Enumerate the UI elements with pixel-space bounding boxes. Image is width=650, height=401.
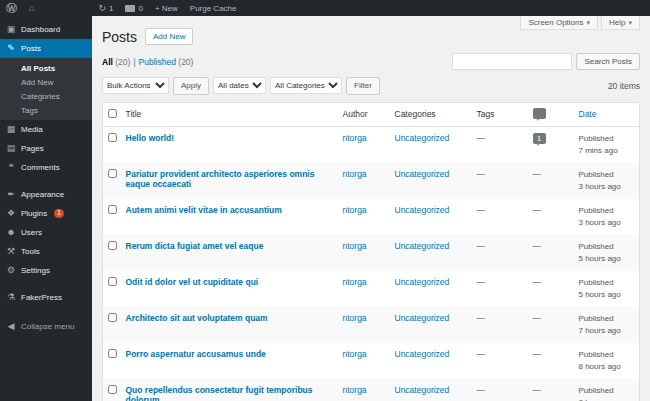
purge-cache-button[interactable]: Purge Cache xyxy=(184,0,243,16)
submenu-item-all-posts[interactable]: All Posts xyxy=(0,61,92,75)
sidebar-item-pages[interactable]: ▤Pages xyxy=(0,139,92,158)
dates-filter-select[interactable]: All dates xyxy=(213,77,266,94)
author-link[interactable]: ntorga xyxy=(343,349,367,359)
category-link[interactable]: Uncategorized xyxy=(395,385,450,395)
add-new-button[interactable]: Add New xyxy=(145,28,193,45)
row-checkbox[interactable] xyxy=(108,277,117,286)
author-link[interactable]: ntorga xyxy=(343,169,367,179)
column-comments[interactable] xyxy=(528,102,574,126)
post-title-link[interactable]: Porro aspernatur accusamus unde xyxy=(126,349,266,359)
comments-value: — xyxy=(533,205,542,215)
sidebar-item-users[interactable]: ☻Users xyxy=(0,223,92,242)
tags-value: — xyxy=(477,133,486,143)
category-link[interactable]: Uncategorized xyxy=(395,133,450,143)
sidebar-item-label: Dashboard xyxy=(21,25,60,34)
category-link[interactable]: Uncategorized xyxy=(395,205,450,215)
author-link[interactable]: ntorga xyxy=(343,133,367,143)
sidebar-item-posts[interactable]: ✎Posts xyxy=(0,39,92,58)
row-checkbox[interactable] xyxy=(108,169,117,178)
pages-icon: ▤ xyxy=(6,144,16,153)
post-title-link[interactable]: Rerum dicta fugiat amet vel eaque xyxy=(126,241,264,251)
post-title-link[interactable]: Odit id dolor vel ut cupiditate qui xyxy=(126,277,259,287)
author-link[interactable]: ntorga xyxy=(343,277,367,287)
author-link[interactable]: ntorga xyxy=(343,241,367,251)
sidebar-item-collapse-menu[interactable]: ◀Collapse menu xyxy=(0,317,92,336)
row-checkbox[interactable] xyxy=(108,205,117,214)
select-all-checkbox[interactable] xyxy=(108,109,117,118)
post-date: 5 hours ago xyxy=(579,253,635,265)
sidebar-item-dashboard[interactable]: ▣Dashboard xyxy=(0,20,92,39)
post-title-link[interactable]: Pariatur provident architecto asperiores… xyxy=(126,169,315,189)
wordpress-menu-button[interactable]: Ⓦ xyxy=(0,0,23,16)
post-title-link[interactable]: Hello world! xyxy=(126,133,175,143)
filter-published-count: (20) xyxy=(178,57,193,67)
post-status: Published xyxy=(579,205,635,217)
bulk-actions-select[interactable]: Bulk Actions xyxy=(102,77,169,94)
comments-value: — xyxy=(533,169,542,179)
post-title-link[interactable]: Quo repellendus consectetur fugit tempor… xyxy=(126,385,313,401)
author-link[interactable]: ntorga xyxy=(343,385,367,395)
author-link[interactable]: ntorga xyxy=(343,205,367,215)
search-input[interactable] xyxy=(452,53,572,70)
list-controls: All (20)|Published (20) Search Posts xyxy=(102,53,640,70)
screen-options-button[interactable]: Screen Options ▾ xyxy=(520,16,598,30)
post-row: Autem animi velit vitae in accusantiumnt… xyxy=(103,199,640,235)
category-link[interactable]: Uncategorized xyxy=(395,169,450,179)
search-posts-button[interactable]: Search Posts xyxy=(576,53,640,70)
post-title-link[interactable]: Autem animi velit vitae in accusantium xyxy=(126,205,282,215)
category-link[interactable]: Uncategorized xyxy=(395,349,450,359)
comments-icon: ❝ xyxy=(6,163,16,172)
filter-published-link[interactable]: Published (20) xyxy=(139,57,194,67)
sidebar-item-settings[interactable]: ⚙Settings xyxy=(0,261,92,280)
comments-value: — xyxy=(533,241,542,251)
category-link[interactable]: Uncategorized xyxy=(395,241,450,251)
tags-value: — xyxy=(477,313,486,323)
comments-button[interactable]: 0 xyxy=(119,0,148,16)
row-checkbox[interactable] xyxy=(108,313,117,322)
help-button[interactable]: Help ▾ xyxy=(601,16,640,30)
column-date[interactable]: Date xyxy=(574,102,640,126)
sidebar-item-label: FakerPress xyxy=(21,293,62,302)
sidebar-item-tools[interactable]: ⚒Tools xyxy=(0,242,92,261)
sidebar-item-label: Comments xyxy=(21,163,60,172)
post-date: 3 hours ago xyxy=(579,181,635,193)
plugins-icon: ❖ xyxy=(6,209,16,218)
filter-button[interactable]: Filter xyxy=(346,77,380,94)
sidebar-item-label: Pages xyxy=(21,144,44,153)
category-link[interactable]: Uncategorized xyxy=(395,313,450,323)
row-checkbox[interactable] xyxy=(108,385,117,394)
new-content-button[interactable]: + New xyxy=(149,0,184,16)
row-checkbox[interactable] xyxy=(108,349,117,358)
comment-count-bubble[interactable]: 1 xyxy=(533,133,546,144)
chevron-down-icon: ▾ xyxy=(628,19,632,27)
submenu-item-categories[interactable]: Categories xyxy=(0,89,92,103)
wordpress-logo-icon: Ⓦ xyxy=(6,3,17,14)
sidebar-item-label: Plugins xyxy=(21,209,47,218)
visit-site-button[interactable]: ⌂ xyxy=(23,0,40,16)
apply-button[interactable]: Apply xyxy=(173,77,209,94)
post-title-link[interactable]: Architecto sit aut voluptatem quam xyxy=(126,313,268,323)
sidebar-item-media[interactable]: ▦Media xyxy=(0,120,92,139)
users-icon: ☻ xyxy=(6,228,16,237)
sidebar-item-comments[interactable]: ❝Comments xyxy=(0,158,92,177)
author-link[interactable]: ntorga xyxy=(343,313,367,323)
sidebar-item-fakerpress[interactable]: ⚗FakerPress xyxy=(0,288,92,307)
row-checkbox[interactable] xyxy=(108,241,117,250)
post-date: 7 hours ago xyxy=(579,325,635,337)
filter-all-link[interactable]: All (20) xyxy=(102,57,130,67)
categories-filter-select[interactable]: All Categories xyxy=(270,77,342,94)
post-row: Pariatur provident architecto asperiores… xyxy=(103,163,640,199)
category-link[interactable]: Uncategorized xyxy=(395,277,450,287)
sidebar-item-label: Posts xyxy=(21,44,41,53)
media-icon: ▦ xyxy=(6,125,16,134)
comments-value: — xyxy=(533,385,542,395)
submenu-item-tags[interactable]: Tags xyxy=(0,103,92,117)
post-row: Hello world!ntorgaUncategorized—1Publish… xyxy=(103,126,640,163)
update-count: 1 xyxy=(109,4,113,13)
sidebar-item-appearance[interactable]: ✒Appearance xyxy=(0,185,92,204)
row-checkbox[interactable] xyxy=(108,133,117,142)
column-title[interactable]: Title xyxy=(121,102,338,126)
submenu-item-add-new[interactable]: Add New xyxy=(0,75,92,89)
sidebar-item-plugins[interactable]: ❖Plugins1 xyxy=(0,204,92,223)
updates-button[interactable]: ↻ 1 xyxy=(92,0,119,16)
